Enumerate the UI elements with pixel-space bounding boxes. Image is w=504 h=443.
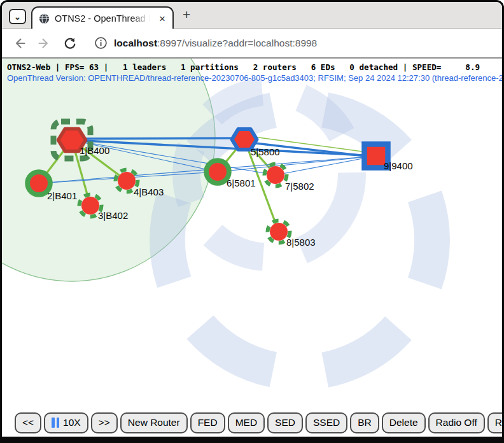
node-label-2: 2|B401 <box>47 190 77 201</box>
url-hostname: localhost <box>114 38 157 48</box>
simulator-canvas[interactable]: OTNS2-Web | FPS= 63 | 1 leaders 1 partit… <box>2 59 502 412</box>
radio-off-button[interactable]: Radio Off <box>428 412 485 433</box>
sed-button[interactable]: SED <box>267 412 303 433</box>
pause-icon <box>52 418 59 428</box>
node-label-6: 6|5801 <box>227 178 256 188</box>
node-label-9: 9|9400 <box>384 160 413 171</box>
fed-button[interactable]: FED <box>190 412 225 433</box>
link-6-9 <box>218 156 376 172</box>
delete-button[interactable]: Delete <box>382 412 426 433</box>
status-line: OTNS2-Web | FPS= 63 | 1 leaders 1 partit… <box>7 62 480 72</box>
site-info-icon[interactable] <box>92 36 109 50</box>
back-icon[interactable] <box>11 36 27 50</box>
node-label-5: 5|5800 <box>251 146 280 157</box>
tab-otns2[interactable]: OTNS2 - OpenThread Ne × <box>31 6 174 29</box>
forward-icon[interactable] <box>36 36 53 50</box>
link-7-9 <box>276 156 376 175</box>
browser-window: ⌄ OTNS2 - OpenThread Ne × + <box>0 0 504 443</box>
pause-speed-button[interactable]: 10X <box>44 412 88 433</box>
address-field[interactable]: localhost:8997/visualize?addr=localhost:… <box>114 38 317 49</box>
network-canvas-svg: 1|B4002|B4013|B4024|B4035|58006|58017|58… <box>2 59 502 412</box>
speed-down-button[interactable]: << <box>15 412 41 433</box>
tab-title: OTNS2 - OpenThread Ne <box>55 13 152 24</box>
radio-on-button[interactable]: Radio On <box>487 412 502 433</box>
tab-search-button[interactable]: ⌄ <box>9 9 26 24</box>
node-label-1: 1|B400 <box>80 145 109 156</box>
tab-close-icon[interactable]: × <box>157 13 167 24</box>
node-label-7: 7|5802 <box>285 181 314 192</box>
globe-favicon-icon <box>39 13 50 24</box>
med-button[interactable]: MED <box>228 412 265 433</box>
node-label-4: 4|B403 <box>134 186 164 197</box>
ssed-button[interactable]: SSED <box>305 412 347 433</box>
new-tab-button[interactable]: + <box>183 7 190 22</box>
speed-up-button[interactable]: >> <box>91 412 118 433</box>
node-label-8: 8|5803 <box>286 237 316 248</box>
url-bar: localhost:8997/visualize?addr=localhost:… <box>2 29 502 59</box>
action-toolbar: << 10X >> New Router FED MED SED SSED BR… <box>2 409 502 437</box>
url-path: :8997/visualize?addr=localhost:8998 <box>157 38 317 48</box>
tab-strip: ⌄ OTNS2 - OpenThread Ne × + <box>2 2 502 29</box>
node-label-3: 3|B402 <box>98 210 128 221</box>
window-bottom-border <box>2 437 502 441</box>
new-router-button[interactable]: New Router <box>120 412 188 433</box>
br-button[interactable]: BR <box>350 412 379 433</box>
chevron-down-icon: ⌄ <box>14 13 21 21</box>
link-1-5 <box>72 138 244 139</box>
reload-icon[interactable] <box>62 36 78 50</box>
openthread-version-line: OpenThread Version: OPENTHREAD/thread-re… <box>7 73 502 83</box>
node-6[interactable] <box>207 161 229 183</box>
